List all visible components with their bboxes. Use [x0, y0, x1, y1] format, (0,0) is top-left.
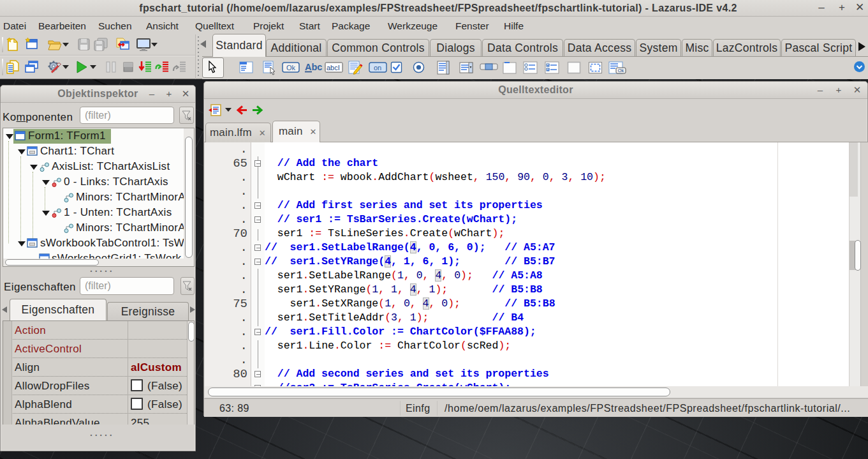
svg-text:Ok: Ok: [618, 68, 624, 73]
svg-text:Abc: Abc: [305, 62, 322, 72]
svg-text:abcI: abcI: [327, 64, 340, 71]
svg-text:Ok: Ok: [286, 64, 296, 71]
svg-text:on: on: [374, 64, 381, 71]
